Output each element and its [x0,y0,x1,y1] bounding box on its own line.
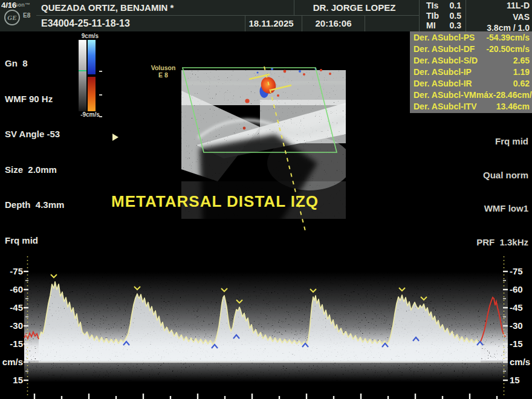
measurement-label: Der. ASubcl-VMmáx [414,89,493,101]
tis-row: TIs 0.1 [426,1,461,10]
system-watermark: Voluson E 8 [148,64,179,79]
probe-name: 11L-D [467,1,530,10]
ge-logo-icon: GE [4,10,20,25]
param-depth: Depth 4.3mm [5,199,64,211]
tib-label: TIb [426,11,439,21]
measurement-row: Der. ASubcl-DF-20.50cm/s [410,44,532,55]
header-spacer [365,16,420,31]
measurement-panel: Der. ASubcl-PS-54.39cm/s Der. ASubcl-DF-… [410,31,532,113]
axis-label: -45 [510,302,531,313]
colorbar-tick [99,116,102,117]
measurement-row: Der. ASubcl-VMmáx-28.46cm/s [410,89,532,101]
exam-date: 18.11.2025 [241,16,302,31]
measurement-label: Der. ASubcl-DF [414,44,475,55]
measurement-value: -20.50cm/s [486,44,530,55]
watermark-line2: E 8 [148,71,179,79]
param-wmf-right: WMF low1 [420,203,528,215]
model-label: E8 [23,12,30,19]
exam-id: E34004-25-11-18-13 [36,16,245,31]
bmode-image [181,66,346,239]
tis-label: TIs [426,1,438,10]
preset-name: VAS [467,13,530,22]
frame-counter: 4/16 [1,1,16,10]
probe-block: 11L-D VAS 3.8cm / 1.0 [467,0,530,34]
axis-label: 15 [0,375,23,385]
axis-label: -75 [510,266,531,276]
axis-label: -15 [0,339,23,349]
param-frq-right: Frq mid [420,136,528,148]
axis-label: -30 [0,320,23,331]
measurement-label: Der. ASubcl-PS [414,32,475,44]
measurement-value: -28.46cm/s [493,89,532,101]
thermal-index-block: TIs 0.1 TIb 0.5 MI 0.3 [422,0,466,31]
axis-label: -60 [0,284,23,294]
colorbar [76,40,104,111]
measurement-row: Der. ASubcl-ITV13.46cm [410,101,532,112]
measurement-row: Der. ASubcl-IR0.62 [410,78,532,89]
axis-label: -15 [510,339,531,349]
measurement-label: Der. ASubcl-S/D [414,55,478,66]
doppler-params-right: Frq mid Qual norm WMF low1 PRF 1.3kHz [420,114,528,270]
annotation-text: METATARSAL DISTAL IZQ [111,192,319,211]
colorbar-tick [99,94,102,96]
param-qual: Qual norm [420,170,528,181]
axis-label: -75 [0,266,23,276]
ultrasound-screen: Voluson™ 4/16 GE E8 QUEZADA ORTIZ, BENJA… [0,0,532,399]
measurement-value: 1.19 [513,66,530,78]
grayscale-bar [79,40,86,111]
param-prf-right: PRF 1.3kHz [420,237,528,248]
param-sv-angle: SV Angle -53 [5,128,64,140]
measurement-label: Der. ASubcl-IR [414,78,472,89]
colorbar-max-label: 9cm/s [76,33,104,39]
exam-time: 20:16:06 [302,16,365,31]
focus-marker-icon [112,134,118,141]
measurement-label: Der. ASubcl-ITV [414,101,477,112]
logo-area: Voluson™ 4/16 GE E8 [0,0,35,31]
axis-label: -45 [0,302,23,313]
axis-label: -30 [510,320,531,331]
param-frq: Frq mid [5,235,64,247]
axis-label: -60 [510,284,531,294]
measurement-value: -54.39cm/s [486,32,530,44]
param-size: Size 2.0mm [5,164,64,176]
physician-name: DR. JORGE LOPEZ [290,0,420,16]
measurement-row: Der. ASubcl-S/D2.65 [410,55,532,66]
tib-row: TIb 0.5 [426,11,461,21]
measurement-label: Der. ASubcl-IP [414,66,472,78]
measurement-value: 0.62 [513,78,530,89]
tib-value: 0.5 [450,11,461,21]
measurement-value: 13.46cm [496,101,530,112]
mi-value: 0.3 [450,21,461,30]
gray-marker [79,70,86,71]
tis-value: 0.1 [450,1,461,10]
colorbar-tick [99,71,102,72]
patient-name: QUEZADA ORTIZ, BENJAMIN * [36,0,294,16]
measurement-row: Der. ASubcl-IP1.19 [410,66,532,78]
scale-bars: 9cm/s -9cm/s [76,33,112,118]
axis-label: cm/s [510,357,531,367]
mi-label: MI [426,21,436,30]
color-scale-negative [88,77,96,111]
mi-row: MI 0.3 [426,21,461,30]
spectral-svg [0,254,532,399]
watermark-line1: Voluson [148,64,179,71]
header-bar: Voluson™ 4/16 GE E8 QUEZADA ORTIZ, BENJA… [0,0,532,31]
axis-label: cm/s [0,357,23,367]
spectral-display: -75-75-60-60-45-45-30-30-15-15cm/scm/s15… [0,254,532,399]
color-scale-positive [88,40,96,74]
param-wmf: WMF 90 Hz [5,93,64,105]
measurement-value: 2.65 [513,55,530,66]
measurement-row: Der. ASubcl-PS-54.39cm/s [410,32,532,44]
axis-label: 15 [510,375,531,385]
param-gain: Gn 8 [5,57,64,70]
